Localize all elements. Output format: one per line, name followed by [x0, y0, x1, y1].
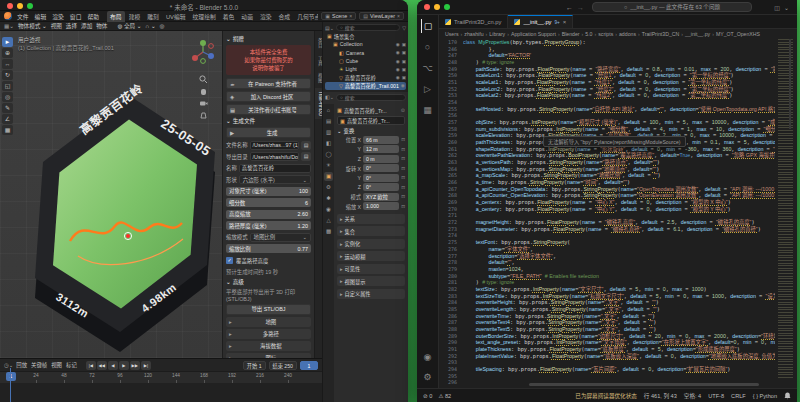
language-mode[interactable]: { } Python — [753, 393, 777, 399]
properties-tab-9[interactable]: ◉ — [324, 205, 333, 214]
transport-button-0[interactable]: |◀ — [86, 361, 96, 370]
collapsed-section-多路径[interactable]: ▸多路径 — [226, 329, 311, 339]
workspace-tab[interactable]: 布局 — [107, 11, 125, 22]
code-line[interactable]: ) # type: ignore — [463, 279, 775, 286]
breadcrumb-item[interactable]: Users — [445, 31, 459, 37]
dropdown-形状[interactable]: 形状六边形 (水平)⌄ — [226, 175, 311, 185]
code-line[interactable]: magnetDiameter: bpy.props.FloatProperty(… — [463, 226, 775, 233]
search-icon[interactable]: ○ — [421, 40, 435, 54]
navigation-gizmo[interactable] — [190, 39, 216, 69]
hide-eye-icon[interactable]: ◉ — [396, 42, 400, 47]
filter-icon[interactable]: ▽ — [402, 25, 406, 31]
notifications-bell-icon[interactable] — [784, 392, 791, 400]
viewlayer-selector[interactable]: ▤ViewLayer× — [359, 12, 404, 20]
timeline-menu-视图[interactable]: 视图 — [51, 361, 62, 369]
menu-文件[interactable]: 文件 — [15, 11, 31, 22]
properties-editor-icon[interactable]: ◧⌄ — [325, 94, 334, 100]
timeline-editor-icon[interactable]: ◷⌄ — [4, 362, 13, 368]
code-content[interactable]: class MyProperties(bpy.types.PropertyGro… — [463, 39, 775, 388]
properties-tab-8[interactable]: ✱ — [324, 194, 333, 203]
hide-eye-icon[interactable]: ◉ — [396, 67, 400, 72]
donate-button[interactable]: ☕在 Patreon 支持作者 — [226, 78, 311, 89]
generate-button[interactable]: ▶生成 — [226, 127, 311, 138]
viewport-menu-物体[interactable]: 物体 — [96, 22, 107, 30]
donate-section-header[interactable]: ⌄ 捐赠 — [226, 35, 311, 43]
menu-帮助[interactable]: 帮助 — [85, 11, 101, 22]
breadcrumb-item[interactable]: zhashifu — [464, 31, 483, 37]
donate-button[interactable]: ◈加入 Discord 社区 — [226, 91, 311, 102]
properties-section-实例化[interactable]: ▸实例化 — [337, 239, 405, 249]
code-line[interactable]: a_centerx: bpy.props.FloatProperty(name … — [463, 199, 775, 206]
snap-toggle[interactable]: ∩ ⌄ — [145, 23, 155, 29]
explorer-icon[interactable]: ▢ — [421, 19, 435, 33]
slider-对象尺寸 (毫米)[interactable]: 对象尺寸 (毫米)100 — [226, 186, 311, 196]
timeline-menu-关键帧[interactable]: 关键帧 — [31, 361, 47, 369]
transport-button-2[interactable]: ◀ — [108, 361, 118, 370]
zoom-button[interactable] — [444, 4, 450, 10]
window-controls[interactable] — [424, 4, 450, 10]
close-tab-icon[interactable]: × — [563, 19, 567, 25]
extensions-icon[interactable]: ▦ — [421, 103, 435, 117]
properties-section-关系[interactable]: ▸关系 — [337, 214, 405, 224]
mode-dropdown[interactable]: 物体模式 ⌄ — [18, 22, 47, 30]
code-line[interactable]: maxlen=1024, — [463, 266, 775, 273]
breadcrumb-item[interactable]: scripts — [598, 31, 613, 37]
code-line[interactable]: class MyProperties(bpy.types.PropertyGro… — [463, 39, 775, 46]
breadcrumb-item[interactable]: __init__.py — [685, 31, 710, 37]
outliner-row[interactable]: ◧Camera◉▣ — [325, 49, 406, 57]
hide-eye-icon[interactable]: ◉ — [396, 50, 400, 55]
collapsed-section-地图[interactable]: ▸地图 — [226, 317, 311, 327]
code-line[interactable]: textFont: bpy.props.StringProperty( — [463, 239, 775, 246]
code-line[interactable]: a_time: bpy.props.StringProperty(name="时… — [463, 179, 775, 186]
scene-selector[interactable]: ▣Scene× — [321, 12, 356, 20]
eol-status[interactable]: CRLF — [731, 393, 746, 399]
field-导出目录[interactable]: 导出目录/Users/zhashifu/Downl...▤ — [226, 152, 311, 162]
workspace-tab[interactable]: 建模 — [126, 11, 144, 22]
encoding-status[interactable]: UTF-8 — [708, 393, 724, 399]
field-文件名称[interactable]: 文件名称/Users/zhas...97 (1).gpx▤ — [226, 140, 311, 150]
transform-模式[interactable]: 模式XYZ 欧拉⊡ — [337, 192, 405, 202]
code-line[interactable]: text_angle_preset: bpy.props.IntProperty… — [463, 339, 775, 346]
advanced-section-header[interactable]: ⌄ 高级 — [226, 278, 311, 286]
viewport-menu-视图[interactable]: 视图 — [51, 22, 62, 30]
transform-panel-header[interactable]: ⌄ 变换 — [337, 126, 405, 135]
workspace-tab[interactable]: 着色 — [220, 11, 238, 22]
properties-tab-4[interactable]: ◯ — [324, 150, 333, 159]
slider-路径厚度 (毫米)[interactable]: 路径厚度 (毫米)1.20 — [226, 221, 311, 231]
code-line[interactable]: overwriteLength: bpy.props.StringPropert… — [463, 306, 775, 313]
code-line[interactable]: a_centery: bpy.props.FloatProperty(name … — [463, 206, 775, 213]
transport-button-3[interactable]: ▶ — [119, 361, 129, 370]
menu-渲染[interactable]: 渲染 — [50, 11, 66, 22]
workspace-tab[interactable]: 雕刻 — [144, 11, 162, 22]
donate-button[interactable]: ▤关注作者小红书账号 — [226, 104, 311, 115]
field-名称[interactable]: 名称高黎贡百花岭 — [226, 163, 311, 173]
transform-缩放 X[interactable]: 缩放 X1.000⊡ — [337, 202, 405, 212]
editor-type-icon[interactable]: ▦⌄ — [4, 23, 14, 29]
properties-search-input[interactable]: ○搜索 — [336, 94, 406, 101]
code-line[interactable]: scaleLat2: bpy.props.FloatProperty(name … — [463, 92, 775, 99]
layout-customize-icon[interactable]: ⌄ — [784, 4, 789, 11]
code-line[interactable]: default="", — [463, 259, 775, 266]
properties-tab-5[interactable]: ☀ — [324, 161, 333, 170]
code-line[interactable]: overwriteText4: bpy.props.StringProperty… — [463, 319, 775, 326]
settings-gear-icon[interactable]: ⚙ — [421, 370, 435, 384]
properties-tab-3[interactable]: ◧ — [324, 139, 333, 148]
dropdown-缩放模式[interactable]: 缩放模式地图比例⌄ — [226, 232, 311, 242]
playhead[interactable]: 1 — [6, 372, 16, 381]
transform-位置 X[interactable]: 位置 X66 m⊡ — [337, 135, 405, 145]
slider-高度缩放[interactable]: 高度缩放2.60 — [226, 209, 311, 219]
workspace-tab[interactable]: UV编辑 — [163, 11, 189, 22]
source-control-icon[interactable]: ⌥ — [421, 61, 435, 75]
outliner-row[interactable]: ▽高黎贡百花岭_Trail.001◉▣ — [325, 82, 406, 90]
proportional-edit-toggle[interactable]: ◎ — [160, 23, 165, 29]
code-line[interactable]: tileSpacing: bpy.props.FloatProperty(nam… — [463, 366, 775, 373]
code-line[interactable]: subtype="FILE_PATH" # Enables file selec… — [463, 273, 775, 280]
code-line[interactable] — [463, 99, 775, 106]
menu-窗口[interactable]: 窗口 — [68, 11, 84, 22]
breadcrumb-item[interactable]: Application Support — [511, 31, 556, 37]
perspective-toggle-icon[interactable] — [199, 111, 208, 120]
code-line[interactable] — [463, 359, 775, 366]
outliner-editor-icon[interactable]: ▤⌄ — [325, 25, 334, 31]
workspace-tab[interactable]: 渲染 — [257, 11, 275, 22]
indentation-status[interactable]: 空格: 4 — [684, 392, 701, 400]
